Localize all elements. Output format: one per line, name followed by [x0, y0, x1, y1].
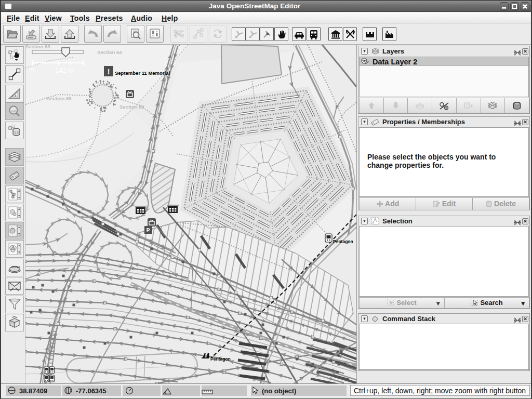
svg-text:Pentagon: Pentagon [210, 356, 231, 362]
svg-text:Section 63: Section 63 [25, 45, 50, 49]
svg-text:Pentagon: Pentagon [333, 239, 353, 244]
svg-text:0: 0 [30, 66, 34, 74]
svg-text:!: ! [108, 68, 110, 76]
svg-text:September 11 Memorial: September 11 Memorial [115, 70, 170, 76]
svg-text:142 m: 142 m [55, 66, 74, 74]
svg-text:Section 64: Section 64 [97, 49, 122, 55]
svg-text:Section 68: Section 68 [47, 96, 72, 101]
svg-text:Section 69: Section 69 [119, 104, 144, 110]
svg-text:MISTER: MISTER [11, 266, 21, 269]
svg-text:P: P [147, 228, 150, 233]
